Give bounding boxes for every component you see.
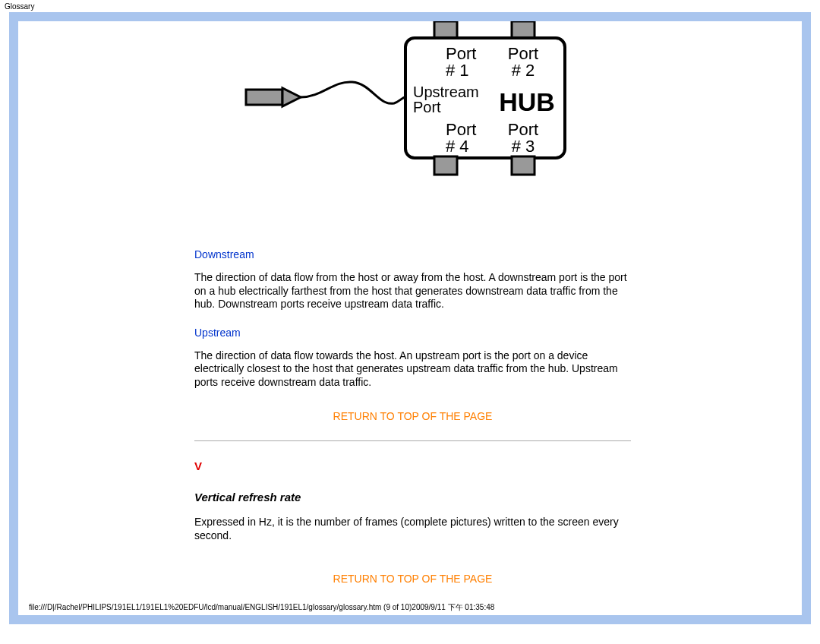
term-downstream-label: Downstream — [194, 248, 631, 260]
svg-rect-3 — [434, 156, 457, 175]
term-downstream-body: The direction of data flow from the host… — [194, 271, 631, 311]
term-upstream-body: The direction of data flow towards the h… — [194, 349, 631, 390]
svg-rect-16 — [246, 90, 282, 105]
svg-rect-4 — [512, 156, 535, 175]
svg-text:HUB: HUB — [499, 87, 555, 116]
hub-diagram-container: Port # 1 Port # 2 Upstream Port HUB Port… — [194, 21, 631, 203]
section-divider — [194, 440, 631, 441]
return-to-top-link[interactable]: RETURN TO TOP OF THE PAGE — [194, 573, 631, 585]
svg-text:# 2: # 2 — [511, 61, 535, 80]
svg-marker-17 — [282, 88, 301, 106]
term-upstream-label: Upstream — [194, 327, 631, 339]
page-header-label: Glossary — [0, 0, 820, 12]
svg-text:Upstream: Upstream — [413, 84, 479, 100]
svg-text:Port: Port — [413, 99, 441, 115]
term-vertical-refresh-label: Vertical refresh rate — [194, 491, 631, 504]
svg-text:# 4: # 4 — [446, 137, 469, 156]
svg-text:# 1: # 1 — [446, 61, 469, 80]
return-to-top-link[interactable]: RETURN TO TOP OF THE PAGE — [194, 410, 631, 422]
content-frame: Port # 1 Port # 2 Upstream Port HUB Port… — [9, 12, 811, 624]
hub-diagram: Port # 1 Port # 2 Upstream Port HUB Port… — [231, 21, 595, 200]
section-letter-v: V — [194, 459, 631, 472]
footer-file-path: file:///D|/Rachel/PHILIPS/191EL1/191EL1%… — [24, 599, 499, 616]
svg-text:# 3: # 3 — [511, 137, 535, 156]
term-vertical-refresh-body: Expressed in Hz, it is the number of fra… — [194, 516, 631, 542]
